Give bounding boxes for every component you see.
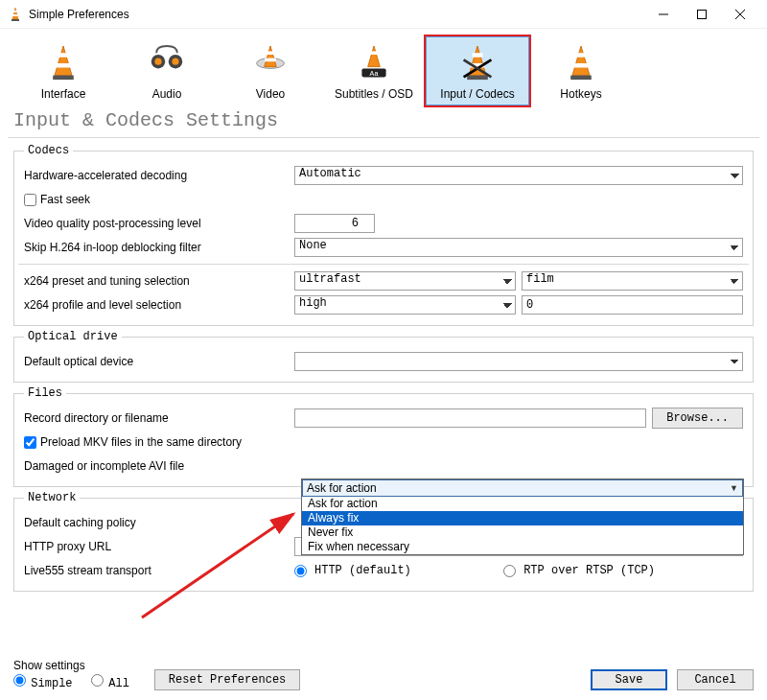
svg-text:Aa: Aa bbox=[370, 69, 379, 78]
svg-rect-23 bbox=[370, 51, 379, 55]
fieldset-files: Files Record directory or filename Brows… bbox=[13, 386, 754, 487]
category-bar: Interface Audio Video Aa Subtitles / OSD… bbox=[0, 29, 767, 105]
svg-marker-0 bbox=[12, 8, 18, 19]
label-record-dir: Record directory or filename bbox=[24, 411, 294, 425]
subtitles-icon: Aa bbox=[327, 43, 421, 83]
category-video[interactable]: Video bbox=[219, 36, 322, 105]
label-vq-postproc: Video quality post-processing level bbox=[24, 217, 294, 230]
legend-optical: Optical drive bbox=[24, 330, 122, 343]
label-default-optical: Default optical device bbox=[24, 355, 294, 368]
category-interface[interactable]: Interface bbox=[12, 36, 115, 105]
label-fast-seek: Fast seek bbox=[40, 193, 90, 206]
svg-rect-2 bbox=[12, 14, 17, 16]
hotkeys-icon bbox=[534, 43, 628, 83]
svg-rect-19 bbox=[265, 58, 276, 62]
category-label: Audio bbox=[120, 87, 214, 101]
input-codecs-icon bbox=[430, 43, 524, 83]
select-hw-decode[interactable]: Automatic bbox=[294, 166, 743, 185]
cancel-button[interactable]: Cancel bbox=[677, 669, 754, 690]
svg-rect-5 bbox=[698, 10, 707, 18]
radio-live555-rtp[interactable] bbox=[503, 565, 516, 577]
minimize-button[interactable] bbox=[644, 0, 683, 29]
legend-network: Network bbox=[24, 491, 80, 504]
select-skip-h264[interactable]: None bbox=[294, 238, 743, 257]
svg-marker-17 bbox=[265, 46, 277, 67]
svg-rect-31 bbox=[576, 53, 587, 58]
label-show-settings: Show settings bbox=[13, 659, 145, 672]
svg-rect-1 bbox=[13, 11, 17, 12]
input-x264-level[interactable] bbox=[522, 295, 743, 315]
category-audio[interactable]: Audio bbox=[115, 36, 219, 105]
legend-codecs: Codecs bbox=[24, 144, 73, 157]
save-button[interactable]: Save bbox=[591, 669, 667, 690]
label-live555-http: HTTP (default) bbox=[314, 564, 411, 577]
svg-rect-11 bbox=[53, 76, 74, 81]
radio-show-all[interactable] bbox=[91, 674, 104, 687]
svg-rect-3 bbox=[12, 19, 19, 21]
dropdown-option[interactable]: Always fix bbox=[302, 511, 743, 525]
fieldset-optical: Optical drive Default optical device bbox=[13, 330, 754, 383]
svg-marker-8 bbox=[55, 46, 72, 76]
dropdown-damaged-avi[interactable]: Ask for action Ask for action Always fix… bbox=[301, 478, 744, 555]
svg-rect-27 bbox=[467, 76, 488, 81]
select-x264-tune[interactable]: film bbox=[522, 271, 743, 291]
browse-button[interactable]: Browse... bbox=[652, 408, 743, 429]
label-hw-decode: Hardware-accelerated decoding bbox=[24, 169, 294, 182]
category-label: Video bbox=[223, 87, 317, 101]
category-subtitles[interactable]: Aa Subtitles / OSD bbox=[322, 36, 426, 105]
audio-icon bbox=[120, 43, 214, 83]
select-default-optical[interactable] bbox=[294, 352, 743, 371]
svg-rect-25 bbox=[473, 53, 483, 58]
svg-marker-22 bbox=[368, 46, 381, 67]
vlc-logo-icon bbox=[8, 7, 23, 22]
label-show-simple: Simple bbox=[31, 677, 72, 690]
label-x264-profile: x264 profile and level selection bbox=[24, 298, 294, 312]
label-proxy: HTTP proxy URL bbox=[24, 540, 294, 553]
radio-live555-http[interactable] bbox=[294, 565, 307, 577]
label-live555-rtp: RTP over RTSP (TCP) bbox=[523, 564, 655, 577]
fieldset-codecs: Codecs Hardware-accelerated decoding Aut… bbox=[13, 144, 754, 326]
svg-marker-30 bbox=[572, 46, 590, 76]
label-caching: Default caching policy bbox=[24, 516, 294, 529]
select-x264-profile[interactable]: high bbox=[294, 295, 516, 315]
footer: Show settings Simple All Reset Preferenc… bbox=[0, 651, 767, 700]
dropdown-option[interactable]: Fix when necessary bbox=[302, 540, 743, 554]
label-skip-h264: Skip H.264 in-loop deblocking filter bbox=[24, 241, 294, 254]
checkbox-fast-seek[interactable] bbox=[24, 194, 36, 206]
interface-icon bbox=[16, 43, 110, 83]
svg-rect-18 bbox=[267, 51, 275, 55]
dropdown-selected[interactable]: Ask for action bbox=[302, 479, 743, 497]
legend-files: Files bbox=[24, 386, 66, 400]
select-x264-preset[interactable]: ultrafast bbox=[294, 271, 516, 291]
label-x264-preset: x264 preset and tuning selection bbox=[24, 274, 294, 288]
category-input-codecs[interactable]: Input / Codecs bbox=[426, 36, 529, 105]
input-record-dir[interactable] bbox=[294, 408, 646, 428]
svg-rect-9 bbox=[58, 53, 69, 58]
label-preload-mkv: Preload MKV files in the same directory bbox=[40, 435, 242, 449]
divider bbox=[18, 264, 749, 265]
dropdown-option[interactable]: Never fix bbox=[302, 525, 743, 540]
close-button[interactable] bbox=[721, 0, 759, 29]
maximize-button[interactable] bbox=[683, 0, 721, 29]
svg-rect-32 bbox=[574, 63, 588, 68]
dropdown-option[interactable]: Ask for action bbox=[302, 497, 743, 511]
category-label: Input / Codecs bbox=[430, 87, 524, 101]
svg-rect-10 bbox=[57, 63, 70, 68]
category-label: Subtitles / OSD bbox=[327, 87, 421, 101]
checkbox-preload-mkv[interactable] bbox=[24, 436, 36, 449]
label-damaged-avi: Damaged or incomplete AVI file bbox=[24, 459, 294, 473]
video-icon bbox=[223, 43, 317, 83]
svg-point-14 bbox=[154, 58, 161, 65]
reset-preferences-button[interactable]: Reset Preferences bbox=[154, 669, 300, 690]
spinner-vq-postproc[interactable] bbox=[294, 214, 375, 233]
radio-show-simple[interactable] bbox=[13, 674, 26, 687]
category-label: Hotkeys bbox=[534, 87, 628, 101]
category-label: Interface bbox=[16, 87, 110, 101]
window-title: Simple Preferences bbox=[29, 8, 644, 21]
label-live555: Live555 stream transport bbox=[24, 564, 294, 577]
svg-point-15 bbox=[172, 58, 178, 65]
label-show-all: All bbox=[108, 677, 129, 690]
category-hotkeys[interactable]: Hotkeys bbox=[529, 36, 633, 105]
section-title: Input & Codecs Settings bbox=[0, 105, 767, 137]
svg-rect-33 bbox=[570, 76, 592, 81]
